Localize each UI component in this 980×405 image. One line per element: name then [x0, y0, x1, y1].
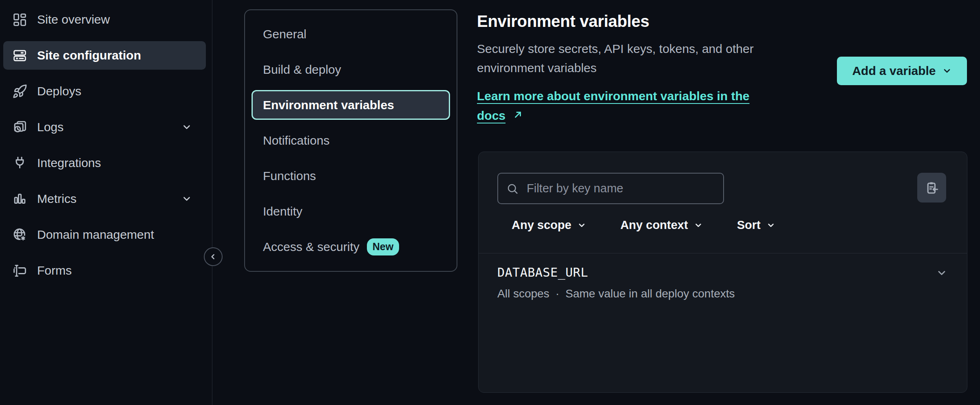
sidebar-item-label: Forms	[37, 264, 72, 277]
globe-icon	[12, 227, 27, 242]
sidebar-item-label: Metrics	[37, 192, 77, 206]
import-env-button[interactable]	[917, 173, 946, 202]
variable-key: DATABASE_URL	[497, 265, 588, 280]
tab-label: Notifications	[263, 134, 329, 147]
sidebar-item-deploys[interactable]: Deploys	[3, 77, 206, 106]
tab-functions[interactable]: Functions	[252, 161, 450, 191]
sidebar: Site overview Site configuration Deploys	[0, 0, 212, 405]
scope-filter-label: Any scope	[512, 218, 572, 232]
sidebar-item-metrics[interactable]: Metrics	[3, 185, 206, 213]
tab-label: Functions	[263, 169, 316, 183]
bar-chart-icon	[12, 191, 27, 207]
tab-notifications[interactable]: Notifications	[252, 125, 450, 155]
plug-icon	[12, 156, 27, 171]
sidebar-item-label: Deploys	[37, 84, 81, 98]
chevron-down-icon	[577, 221, 586, 230]
sort-label: Sort	[737, 218, 761, 232]
chevron-down-icon	[766, 221, 775, 230]
variable-meta: All scopes · Same value in all deploy co…	[497, 287, 735, 300]
form-input-icon	[12, 263, 27, 278]
tab-access-security[interactable]: Access & security New	[252, 232, 450, 262]
tab-build-deploy[interactable]: Build & deploy	[252, 55, 450, 84]
chevron-down-icon	[181, 122, 192, 132]
sidebar-item-label: Integrations	[37, 156, 101, 170]
rocket-icon	[12, 84, 27, 99]
tab-label: Identity	[263, 205, 302, 218]
sidebar-item-label: Site configuration	[37, 48, 141, 62]
new-badge: New	[367, 238, 399, 255]
tab-label: Access & security	[263, 240, 360, 254]
search-icon	[506, 183, 519, 195]
tab-general[interactable]: General	[252, 19, 450, 49]
sidebar-item-domain-management[interactable]: Domain management	[3, 220, 206, 249]
tab-label: General	[263, 27, 307, 41]
filter-key-input[interactable]	[526, 181, 715, 196]
add-variable-label: Add a variable	[852, 64, 936, 78]
sidebar-item-label: Domain management	[37, 228, 154, 242]
site-configuration-nav: General Build & deploy Environment varia…	[244, 9, 457, 272]
tab-label: Environment variables	[263, 98, 394, 112]
chevron-down-icon	[942, 66, 952, 76]
chevron-down-icon	[181, 194, 192, 204]
scope-filter-dropdown[interactable]: Any scope	[512, 218, 586, 232]
context-filter-dropdown[interactable]: Any context	[620, 218, 703, 232]
page-description: Securely store secrets, API keys, tokens…	[477, 39, 795, 77]
sidebar-item-site-overview[interactable]: Site overview	[3, 5, 206, 34]
chevron-down-icon	[694, 221, 703, 230]
expand-variable-chevron-icon[interactable]	[936, 267, 947, 279]
tab-label: Build & deploy	[263, 63, 341, 77]
server-icon	[12, 48, 27, 63]
sidebar-item-forms[interactable]: Forms	[3, 256, 206, 285]
dashboard-icon	[12, 12, 27, 27]
sidebar-collapse-button[interactable]	[204, 247, 223, 266]
variable-contexts: Same value in all deploy contexts	[565, 287, 735, 300]
sort-dropdown[interactable]: Sort	[737, 218, 775, 232]
add-variable-button[interactable]: Add a variable	[837, 57, 967, 85]
tab-environment-variables[interactable]: Environment variables	[252, 90, 450, 120]
chevron-left-icon	[209, 253, 217, 261]
sidebar-item-integrations[interactable]: Integrations	[3, 149, 206, 177]
filter-bar: Any scope Any context Sort	[512, 218, 775, 232]
sidebar-item-label: Logs	[37, 120, 64, 134]
logs-clock-icon	[12, 120, 27, 135]
meta-separator: ·	[556, 287, 559, 300]
context-filter-label: Any context	[620, 218, 688, 232]
external-link-icon	[513, 109, 523, 120]
sidebar-item-label: Site overview	[37, 13, 110, 26]
sidebar-item-logs[interactable]: Logs	[3, 113, 206, 141]
filter-search-box	[497, 173, 724, 204]
page-title: Environment variables	[477, 12, 649, 31]
variable-scopes: All scopes	[497, 287, 550, 300]
sidebar-item-site-configuration[interactable]: Site configuration	[3, 41, 206, 70]
environment-variables-panel: Any scope Any context Sort DATABASE_URL …	[478, 152, 967, 393]
clipboard-import-icon	[925, 180, 939, 195]
tab-identity[interactable]: Identity	[252, 196, 450, 226]
docs-link[interactable]: Learn more about environment variables i…	[477, 86, 781, 125]
panel-divider	[479, 253, 967, 253]
